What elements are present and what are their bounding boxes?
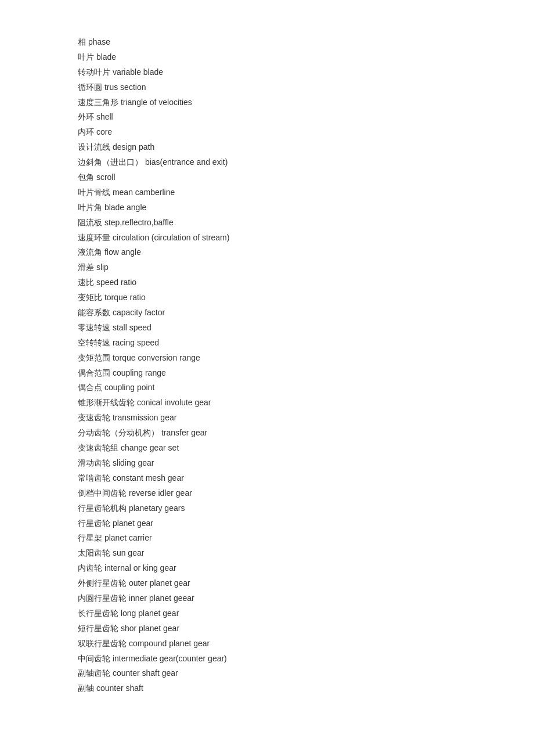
list-item: 行星齿轮机构 planetary gears [78,501,456,516]
list-item: 外侧行星齿轮 outer planet gear [78,576,456,591]
list-item: 太阳齿轮 sun gear [78,546,456,561]
zh-term: 内齿轮 [78,563,102,573]
zh-term: 变矩范围 [78,353,110,362]
list-item: 叶片骨线 mean camberline [78,185,456,200]
zh-term: 行星架 [78,533,102,542]
en-term: design path [113,142,154,152]
en-term: trus section [104,82,146,92]
zh-term: 速度三角形 [78,98,118,107]
en-term: coupling point [104,383,154,392]
list-item: 设计流线 design path [78,140,456,155]
list-item: 副轴 counter shaft [78,681,456,696]
en-term: change gear set [121,443,179,452]
zh-term: 包角 [78,172,94,182]
list-item: 常啮齿轮 constant mesh gear [78,471,456,486]
zh-term: 阻流板 [78,218,102,227]
zh-term: 空转转速 [78,338,110,347]
list-item: 液流角 flow angle [78,245,456,260]
list-item: 速比 speed ratio [78,275,456,290]
zh-term: 中间齿轮 [78,654,110,663]
en-term: circulation (circulation of stream) [113,233,230,242]
zh-term: 行星齿轮 [78,519,110,528]
zh-term: 速比 [78,278,94,287]
en-term: phase [88,37,110,46]
en-term: stall speed [113,323,151,332]
zh-term: 设计流线 [78,142,110,152]
zh-term: 速度环量 [78,233,110,242]
en-term: sliding gear [113,458,154,467]
zh-term: 循环圆 [78,82,102,92]
en-term: reverse idler gear [129,488,192,498]
list-item: 长行星齿轮 long planet gear [78,606,456,621]
en-term: mean camberline [113,188,175,197]
list-item: 变矩范围 torque conversion range [78,351,456,366]
list-item: 空转转速 racing speed [78,336,456,351]
en-term: racing speed [113,338,159,347]
list-item: 锥形渐开线齿轮 conical involute gear [78,395,456,411]
zh-term: 滑差 [78,262,94,272]
list-item: 阻流板 step,reflectro,baffle [78,215,456,231]
en-term: bias(entrance and exit) [145,157,228,167]
en-term: torque conversion range [113,353,200,362]
en-term: scroll [96,172,116,182]
en-term: counter shaft gear [113,668,178,678]
list-item: 倒档中间齿轮 reverse idler gear [78,486,456,501]
zh-term: 零速转速 [78,323,110,332]
zh-term: 内环 [78,127,94,136]
zh-term: 滑动齿轮 [78,458,110,467]
en-term: shell [96,112,113,121]
zh-term: 叶片 [78,52,94,62]
zh-term: 长行星齿轮 [78,609,118,618]
list-item: 偶合范围 coupling range [78,366,456,381]
zh-term: 相 [78,37,86,46]
en-term: compound planet gear [129,639,210,648]
zh-term: 内圆行星齿轮 [78,593,127,603]
en-term: shor planet gear [121,624,179,633]
en-term: triangle of velocities [121,98,192,107]
en-term: planet gear [113,519,153,528]
zh-term: 能容系数 [78,308,110,317]
en-term: capacity factor [113,308,165,317]
zh-term: 外侧行星齿轮 [78,578,127,588]
list-item: 速度环量 circulation (circulation of stream) [78,231,456,246]
list-item: 能容系数 capacity factor [78,305,456,321]
list-item: 变速齿轮 transmission gear [78,411,456,426]
list-item: 叶片角 blade angle [78,200,456,215]
list-item: 双联行星齿轮 compound planet gear [78,636,456,651]
zh-term: 变速齿轮 [78,413,110,422]
en-term: constant mesh gear [113,473,184,483]
zh-term: 转动叶片 [78,67,110,77]
en-term: internal or king gear [104,563,176,573]
list-item: 相 phase [78,35,456,50]
en-term: counter shaft [96,683,143,693]
en-term: planetary gears [129,503,185,513]
list-item: 分动齿轮（分动机构） transfer gear [78,426,456,441]
zh-term: 副轴 [78,683,94,693]
zh-term: 常啮齿轮 [78,473,110,483]
en-term: step,reflectro,baffle [104,218,174,227]
en-term: blade [96,52,116,62]
list-item: 变速齿轮组 change gear set [78,441,456,456]
zh-term: 变速齿轮组 [78,443,118,452]
term-list: 相 phase叶片 blade转动叶片 variable blade循环圆 tr… [78,35,456,696]
list-item: 中间齿轮 intermediate gear(counter gear) [78,651,456,667]
zh-term: 分动齿轮（分动机构） [78,428,159,437]
en-term: transmission gear [113,413,177,422]
list-item: 内齿轮 internal or king gear [78,561,456,576]
en-term: sun gear [113,548,144,557]
en-term: flow angle [104,247,141,257]
en-term: conical involute gear [137,398,211,407]
zh-term: 太阳齿轮 [78,548,110,557]
en-term: slip [96,262,109,272]
en-term: intermediate gear(counter gear) [113,654,227,663]
list-item: 行星齿轮 planet gear [78,516,456,531]
en-term: variable blade [113,67,163,77]
list-item: 循环圆 trus section [78,80,456,95]
zh-term: 副轴齿轮 [78,668,110,678]
en-term: long planet gear [121,609,179,618]
en-term: speed ratio [96,278,136,287]
list-item: 短行星齿轮 shor planet gear [78,621,456,636]
list-item: 变矩比 torque ratio [78,290,456,305]
zh-term: 行星齿轮机构 [78,503,127,513]
list-item: 滑差 slip [78,260,456,275]
